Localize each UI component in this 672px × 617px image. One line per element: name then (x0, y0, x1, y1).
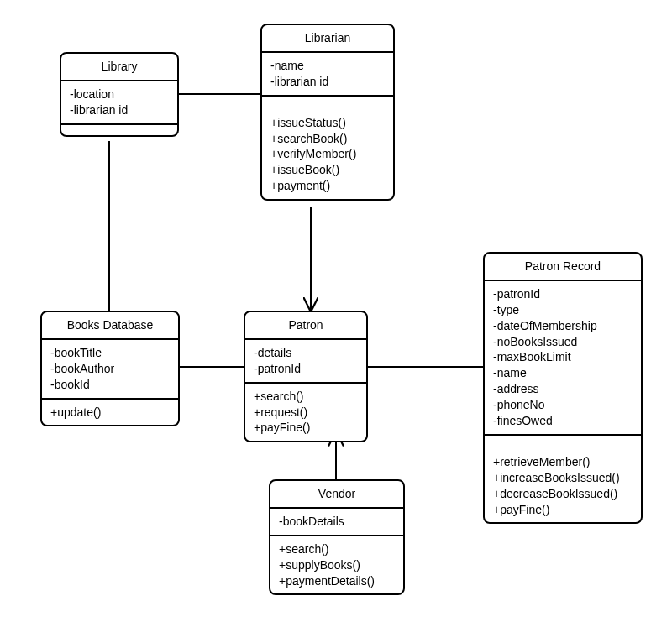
class-title: Library (102, 60, 138, 73)
class-librarian: Librarian -name -librarian id +issueStat… (260, 24, 395, 201)
op: +retrieveMember() (493, 454, 633, 470)
attr: -name (270, 58, 385, 74)
class-title: Vendor (318, 487, 355, 500)
class-library: Library -location -librarian id (60, 52, 179, 137)
attr: -bookTitle (50, 345, 170, 361)
attr: -details (254, 345, 358, 361)
class-title: Books Database (67, 318, 154, 332)
op: +payFine() (493, 502, 633, 518)
op: +search() (279, 541, 395, 557)
attr: -librarian id (70, 102, 169, 118)
attr: -finesOwed (493, 413, 633, 429)
attr: -patronId (254, 361, 358, 377)
op: +issueBook() (270, 162, 385, 178)
op: +verifyMember() (270, 146, 385, 162)
op: +request() (254, 405, 358, 421)
attr: -dateOfMembership (493, 318, 633, 334)
attr: -type (493, 302, 633, 318)
attr: -name (493, 365, 633, 381)
op: +search() (254, 389, 358, 405)
class-title: Patron Record (525, 259, 601, 273)
attr: -bookId (50, 377, 170, 393)
op: +payment() (270, 178, 385, 194)
attr: -noBooksIssued (493, 334, 633, 350)
class-booksdb: Books Database -bookTitle -bookAuthor -b… (40, 311, 180, 426)
class-vendor: Vendor -bookDetails +search() +supplyBoo… (269, 479, 405, 595)
op: +payFine() (254, 420, 358, 436)
attr: -address (493, 381, 633, 397)
ops-empty (61, 123, 177, 135)
op: +supplyBooks() (279, 557, 395, 573)
op: +issueStatus() (270, 115, 385, 131)
class-patronrecord: Patron Record -patronId -type -dateOfMem… (483, 252, 643, 524)
op: +paymentDetails() (279, 573, 395, 589)
op: +searchBook() (270, 131, 385, 147)
attr: -patronId (493, 286, 633, 302)
attr: -bookDetails (279, 514, 395, 530)
attr: -phoneNo (493, 397, 633, 413)
attr: -bookAuthor (50, 361, 170, 377)
attr: -location (70, 86, 169, 102)
attr: -librarian id (270, 74, 385, 90)
class-patron: Patron -details -patronId +search() +req… (244, 311, 368, 442)
op: +update() (50, 405, 170, 421)
op: +decreaseBookIssued() (493, 486, 633, 502)
attr: -maxBookLimit (493, 349, 633, 365)
class-title: Librarian (305, 31, 350, 44)
op: +increaseBooksIssued() (493, 470, 633, 486)
class-title: Patron (288, 318, 323, 332)
